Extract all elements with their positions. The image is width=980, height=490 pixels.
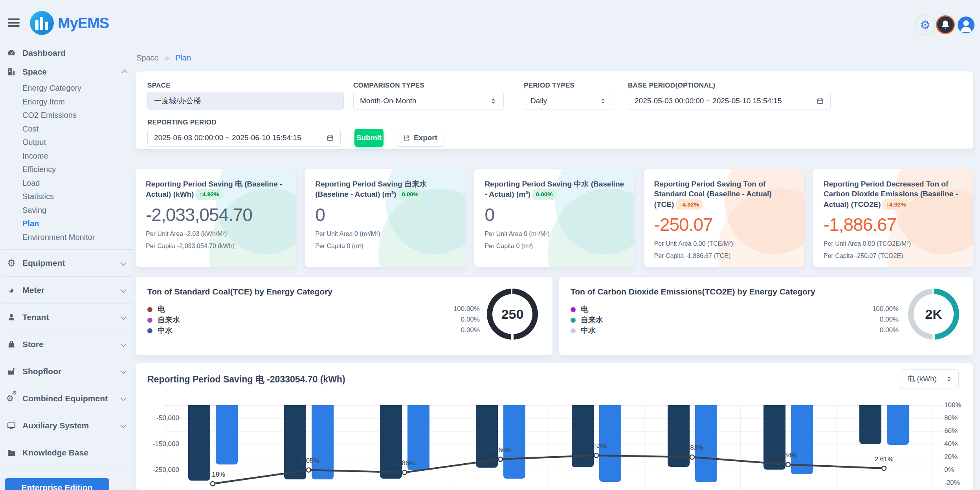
export-button[interactable]: Export bbox=[397, 129, 443, 147]
per-unit-area-text: Per Unit Area 0 (m³/M²) bbox=[484, 230, 624, 238]
sidebar-item-auxiliary-system[interactable]: Auxiliary System bbox=[2, 412, 133, 439]
v-gridline bbox=[261, 405, 261, 490]
folder-icon bbox=[6, 448, 17, 457]
baseline-bar bbox=[763, 405, 785, 470]
legend-percent-value: 0.00% bbox=[852, 326, 899, 334]
building-icon bbox=[6, 67, 17, 77]
sidebar-item-space[interactable]: Space bbox=[0, 62, 136, 81]
chevron-up-icon bbox=[121, 69, 128, 76]
h-gridline bbox=[165, 470, 942, 470]
right-axis-tick: 100% bbox=[944, 401, 972, 409]
sidebar-item-energy-category[interactable]: Energy Category bbox=[0, 81, 136, 95]
baseline-bar bbox=[572, 405, 594, 467]
chart-unit-select[interactable]: 电 (kWh) bbox=[900, 369, 959, 388]
v-gridline bbox=[644, 405, 645, 490]
sidebar-item-label: Knowledge Base bbox=[22, 448, 126, 457]
legend-percent-value: 100.00% bbox=[433, 305, 480, 313]
right-axis-tick: 20% bbox=[944, 453, 972, 461]
main-content: Space » Plan SPACE 一度城/办公楼 COMPARISON TY… bbox=[136, 0, 973, 490]
sidebar-item-shopfloor[interactable]: Shopfloor bbox=[2, 358, 133, 385]
sidebar-item-income[interactable]: Income bbox=[0, 149, 136, 163]
monitor-icon bbox=[6, 421, 17, 430]
comparison-types-select[interactable]: Month-On-Month bbox=[353, 92, 504, 110]
legend-item-1[interactable]: 电 bbox=[571, 304, 588, 314]
h-gridline bbox=[165, 431, 942, 431]
sidebar-item-co2-emissions[interactable]: CO2 Emissions bbox=[0, 108, 136, 122]
saving-rate-point-label: 8.34% bbox=[767, 452, 810, 459]
metric-badge: 0.00% bbox=[398, 189, 422, 200]
donut-panel-title: Ton of Standard Coal(TCE) by Energy Cate… bbox=[147, 287, 332, 296]
sidebar-item-store[interactable]: Store bbox=[2, 331, 133, 358]
per-unit-area-text: Per Unit Area -2.03 (kWh/M²) bbox=[146, 230, 285, 238]
myems-logo-icon[interactable] bbox=[30, 11, 54, 35]
right-axis-tick: 60% bbox=[944, 427, 972, 435]
metric-card-title: Reporting Period Saving 中水 (Baseline - A… bbox=[484, 179, 624, 200]
legend-label: 自来水 bbox=[158, 315, 180, 325]
h-gridline bbox=[165, 457, 942, 457]
base-period-value: 2025-05-03 00:00:00 ~ 2025-05-10 15:54:1… bbox=[635, 97, 782, 105]
legend-item-1[interactable]: 电 bbox=[147, 304, 165, 314]
sidebar-item-efficiency[interactable]: Efficiency bbox=[0, 163, 136, 176]
export-icon bbox=[403, 134, 410, 142]
base-period-label: BASE PERIOD(OPTIONAL) bbox=[628, 82, 716, 90]
breadcrumb: Space » Plan bbox=[136, 53, 191, 62]
legend-item-3[interactable]: 中水 bbox=[571, 325, 596, 336]
actual-bar bbox=[312, 405, 334, 479]
h-gridline bbox=[165, 418, 942, 419]
hamburger-menu-icon[interactable] bbox=[8, 18, 20, 26]
pie-icon: ◕ bbox=[6, 285, 17, 295]
h-gridline bbox=[165, 444, 942, 444]
metric-card-title: Reporting Period Decreased Ton of Carbon… bbox=[824, 179, 963, 210]
space-label: SPACE bbox=[147, 82, 171, 90]
breadcrumb-space[interactable]: Space bbox=[136, 53, 159, 62]
sidebar-item-combined-equipment[interactable]: ⚙⚙Combined Equipment bbox=[2, 385, 133, 412]
v-gridline bbox=[453, 405, 453, 490]
legend-item-2[interactable]: 自来水 bbox=[571, 315, 603, 325]
legend-percent-value: 0.00% bbox=[852, 316, 899, 324]
v-gridline bbox=[932, 405, 932, 490]
legend-percent-value: 0.00% bbox=[433, 326, 480, 334]
per-unit-area-text: Per Unit Area 0 (m³/M²) bbox=[315, 230, 455, 238]
sidebar-item-knowledge-base[interactable]: Knowledge Base bbox=[2, 439, 133, 466]
sidebar-item-meter[interactable]: ◕Meter bbox=[2, 276, 133, 304]
space-input[interactable]: 一度城/办公楼 bbox=[147, 92, 344, 110]
legend-item-3[interactable]: 中水 bbox=[147, 325, 173, 336]
sidebar-item-equipment[interactable]: ⚙Equipment bbox=[2, 249, 133, 276]
sidebar-item-output[interactable]: Output bbox=[0, 135, 136, 149]
sidebar-submenu-space: Energy CategoryEnergy ItemCO2 EmissionsC… bbox=[0, 81, 136, 249]
gear-icon: ⚙ bbox=[6, 258, 17, 268]
reporting-period-input[interactable]: 2025-06-03 00:00:00 ~ 2025-06-10 15:54:1… bbox=[147, 129, 341, 147]
sidebar-item-load[interactable]: Load bbox=[0, 176, 136, 190]
period-types-select[interactable]: Daily bbox=[524, 92, 613, 110]
legend-label: 电 bbox=[158, 304, 165, 314]
metric-badge: ↑4.92% bbox=[675, 199, 703, 210]
saving-rate-point-label: 19.83% bbox=[671, 444, 714, 452]
base-period-input[interactable]: 2025-05-03 00:00:00 ~ 2025-05-10 15:54:1… bbox=[628, 92, 831, 110]
baseline-bar bbox=[859, 405, 881, 444]
calendar-icon[interactable] bbox=[326, 134, 334, 142]
calendar-icon[interactable] bbox=[816, 97, 824, 105]
sidebar-item-label: Combined Equipment bbox=[22, 394, 122, 403]
breadcrumb-plan[interactable]: Plan bbox=[175, 53, 191, 62]
period-types-label: PERIOD TYPES bbox=[524, 82, 574, 90]
sidebar-item-dashboard[interactable]: Dashboard bbox=[0, 44, 136, 62]
sidebar-item-saving[interactable]: Saving bbox=[0, 203, 136, 217]
legend-item-2[interactable]: 自来水 bbox=[147, 315, 180, 325]
sidebar-item-environment-monitor[interactable]: Environment Monitor bbox=[0, 230, 136, 244]
sidebar-item-statistics[interactable]: Statistics bbox=[0, 190, 136, 203]
v-gridline bbox=[549, 405, 549, 490]
sidebar-item-plan[interactable]: Plan bbox=[0, 217, 136, 230]
sidebar-item-label: Meter bbox=[22, 285, 122, 295]
metric-value: 0 bbox=[315, 204, 455, 225]
sidebar-item-cost[interactable]: Cost bbox=[0, 122, 136, 136]
enterprise-edition-button[interactable]: Enterprise Edition bbox=[5, 478, 109, 490]
sidebar-item-label: Store bbox=[22, 340, 122, 349]
sidebar-item-label: Space bbox=[22, 67, 122, 77]
sidebar-item-energy-item[interactable]: Energy Item bbox=[0, 95, 136, 109]
chart-title: Reporting Period Saving 电 -2033054.70 (k… bbox=[147, 373, 345, 386]
baseline-bar bbox=[668, 405, 690, 467]
submit-button[interactable]: Submit bbox=[354, 129, 384, 147]
brand-title[interactable]: MyEMS bbox=[58, 15, 109, 32]
sidebar-item-tenant[interactable]: Tenant bbox=[2, 304, 133, 331]
baseline-bar bbox=[188, 405, 210, 481]
